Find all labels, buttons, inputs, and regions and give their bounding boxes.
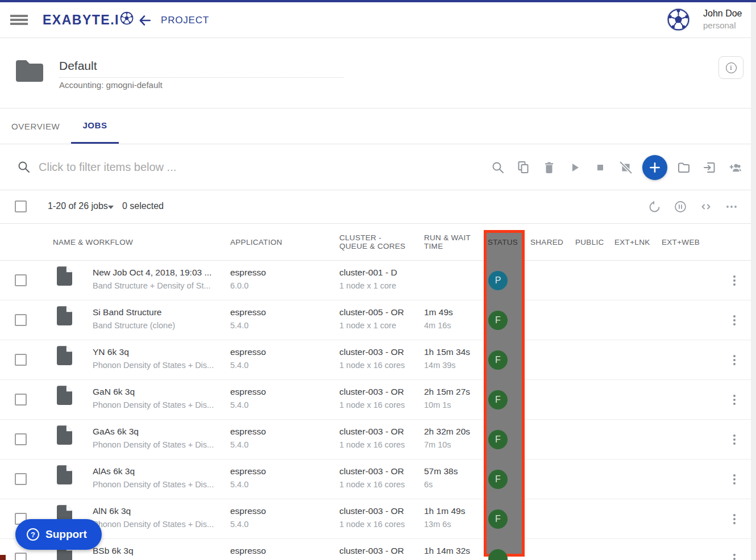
job-application-version: 5.4.0: [230, 400, 248, 409]
refresh-icon[interactable]: [648, 200, 662, 214]
job-wait-time: 13m 6s: [424, 520, 451, 529]
row-kebab-menu-icon[interactable]: [728, 551, 741, 560]
delete-icon[interactable]: [542, 161, 556, 174]
file-document-icon: [57, 425, 72, 447]
row-checkbox[interactable]: [15, 314, 27, 326]
plus-icon: [647, 160, 662, 175]
tab-overview[interactable]: OVERVIEW: [0, 108, 71, 144]
user-avatar[interactable]: [666, 7, 691, 32]
info-button[interactable]: i: [718, 56, 743, 79]
job-application: espresso: [230, 387, 266, 397]
selected-count: 0 selected: [122, 201, 164, 211]
row-checkbox[interactable]: [15, 394, 27, 406]
col-name-workflow[interactable]: NAME & WORKFLOW: [53, 238, 133, 246]
file-document-icon: [57, 346, 72, 367]
job-name[interactable]: GaAs 6k 3q: [93, 427, 139, 437]
status-badge[interactable]: F: [488, 350, 508, 370]
folder-icon: [16, 59, 43, 84]
row-checkbox[interactable]: [15, 274, 27, 286]
code-brackets-icon[interactable]: [699, 200, 713, 214]
col-ext-lnk[interactable]: EXT+LNK: [614, 238, 650, 246]
play-icon[interactable]: [568, 161, 581, 174]
status-badge[interactable]: F: [488, 390, 508, 409]
status-badge[interactable]: P: [488, 271, 508, 290]
job-name[interactable]: BSb 6k 3q: [93, 546, 134, 556]
row-kebab-menu-icon[interactable]: [728, 392, 741, 407]
pause-updates-icon[interactable]: [674, 200, 687, 214]
row-checkbox[interactable]: [15, 553, 27, 560]
jobs-table-body: New Job Oct 4, 2018, 19:03 ... Band Stru…: [0, 261, 756, 560]
row-kebab-menu-icon[interactable]: [728, 512, 741, 526]
back-arrow-icon[interactable]: [138, 13, 152, 30]
col-application[interactable]: APPLICATION: [230, 238, 283, 246]
import-icon[interactable]: [703, 161, 716, 174]
create-job-button[interactable]: [642, 155, 667, 180]
row-checkbox[interactable]: [15, 354, 27, 366]
row-checkbox[interactable]: [15, 433, 27, 445]
job-name[interactable]: GaN 6k 3q: [93, 387, 135, 397]
job-name[interactable]: AlAs 6k 3q: [93, 466, 135, 477]
hamburger-menu-icon[interactable]: [10, 15, 28, 25]
col-shared[interactable]: SHARED: [530, 238, 563, 246]
more-options-icon[interactable]: [725, 200, 738, 214]
status-badge[interactable]: F: [488, 470, 508, 489]
row-kebab-menu-icon[interactable]: [728, 353, 741, 367]
row-kebab-menu-icon[interactable]: [728, 313, 741, 328]
col-public[interactable]: PUBLIC: [575, 238, 604, 246]
job-name[interactable]: AlN 6k 3q: [93, 506, 131, 516]
breadcrumb-project[interactable]: PROJECT: [161, 15, 209, 26]
search-icon[interactable]: [491, 161, 505, 174]
job-name[interactable]: Si Band Structure: [93, 307, 161, 317]
copy-icon[interactable]: [517, 161, 530, 174]
support-button[interactable]: ? Support: [15, 519, 102, 550]
job-workflow: Phonon Density of States + Dis...: [93, 400, 214, 409]
exabyte-logo[interactable]: EXABYTE.I: [43, 11, 134, 28]
status-badge[interactable]: F: [488, 311, 508, 330]
tab-jobs[interactable]: JOBS: [71, 108, 118, 144]
dotted-divider: [59, 77, 343, 78]
row-checkbox[interactable]: [15, 473, 27, 485]
cancel-icon[interactable]: [619, 161, 633, 174]
table-row[interactable]: GaN 6k 3q Phonon Density of States + Dis…: [0, 380, 756, 420]
job-workflow: Band Structure + Density of St...: [93, 281, 211, 290]
collaborative-sharing-icon[interactable]: [728, 161, 742, 174]
filter-input[interactable]: [39, 157, 357, 177]
status-badge[interactable]: F: [488, 430, 508, 449]
table-row[interactable]: BSb 6k 3q espresso cluster-003 - OR 1h 1…: [0, 539, 756, 560]
user-name: John Doe: [703, 9, 742, 19]
table-row[interactable]: AlAs 6k 3q Phonon Density of States + Di…: [0, 459, 756, 499]
col-ext-web[interactable]: EXT+WEB: [662, 238, 700, 246]
scrollbar-track[interactable]: [751, 2, 756, 560]
select-all-checkbox[interactable]: [15, 200, 27, 212]
col-cluster-queue-cores[interactable]: CLUSTER - QUEUE & CORES: [339, 233, 410, 250]
job-workflow: Phonon Density of States + Dis...: [93, 361, 214, 370]
row-kebab-menu-icon[interactable]: [728, 432, 741, 447]
table-row[interactable]: New Job Oct 4, 2018, 19:03 ... Band Stru…: [0, 261, 756, 300]
job-cluster-queue: cluster-003 - OR: [339, 506, 404, 516]
job-wait-time: 4m 16s: [424, 321, 451, 330]
table-row[interactable]: Si Band Structure Band Structure (clone)…: [0, 300, 756, 340]
project-header: Default Accounting: gmogni-default i: [0, 38, 756, 108]
job-cluster-queue: cluster-005 - OR: [339, 307, 404, 317]
job-name[interactable]: New Job Oct 4, 2018, 19:03 ...: [93, 268, 211, 278]
table-row[interactable]: YN 6k 3q Phonon Density of States + Dis.…: [0, 340, 756, 380]
col-run-wait-time[interactable]: RUN & WAIT TIME: [424, 233, 472, 250]
table-row[interactable]: GaAs 6k 3q Phonon Density of States + Di…: [0, 420, 756, 459]
file-document-icon: [57, 465, 72, 487]
col-status[interactable]: STATUS: [488, 238, 518, 246]
stop-icon[interactable]: [593, 161, 607, 174]
job-application-version: 5.4.0: [230, 361, 248, 370]
filter-toolbar: [0, 144, 756, 190]
user-info[interactable]: John Doe personal: [703, 9, 742, 30]
folder-icon-toolbar[interactable]: [677, 161, 691, 174]
logo-text: EXABYTE.I: [43, 12, 119, 28]
job-application: espresso: [230, 347, 266, 357]
job-name[interactable]: YN 6k 3q: [93, 347, 129, 357]
job-cluster-queue: cluster-003 - OR: [339, 466, 404, 477]
table-row[interactable]: AlN 6k 3q Phonon Density of States + Dis…: [0, 499, 756, 539]
pagination-range[interactable]: 1-20 of 26 jobs: [48, 201, 108, 211]
row-kebab-menu-icon[interactable]: [728, 472, 741, 487]
chevron-down-icon[interactable]: [108, 206, 114, 209]
status-badge[interactable]: F: [488, 509, 508, 529]
row-kebab-menu-icon[interactable]: [728, 273, 741, 288]
